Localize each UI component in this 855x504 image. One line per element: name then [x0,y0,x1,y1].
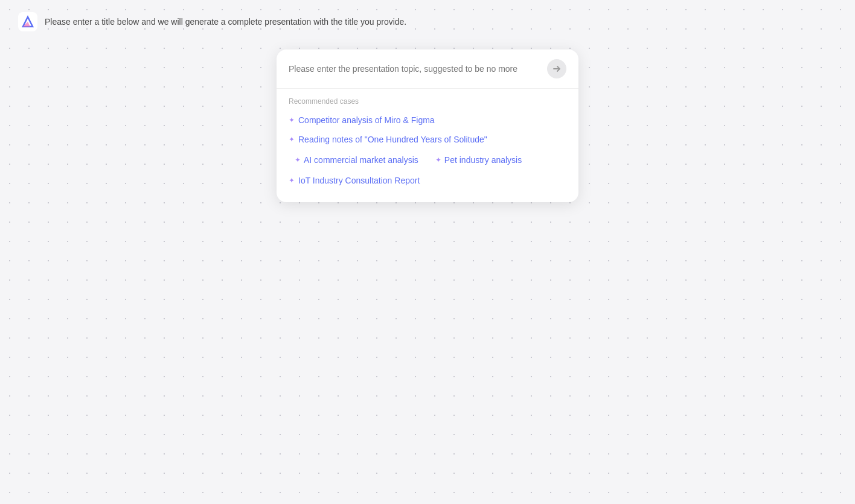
center-area: Recommended cases ✦ Competitor analysis … [0,49,855,202]
top-message: Please enter a title below and we will g… [45,17,406,27]
sparkle-icon-1: ✦ [289,116,295,124]
main-card: Recommended cases ✦ Competitor analysis … [277,49,578,202]
send-button[interactable] [547,59,566,78]
case-item-3[interactable]: ✦ AI commercial market analysis [289,152,424,168]
case-item-1[interactable]: ✦ Competitor analysis of Miro & Figma [277,110,578,130]
app-logo [18,12,37,31]
send-icon [552,64,562,74]
input-row [277,49,578,89]
sparkle-icon-4: ✦ [435,156,441,164]
case-item-2[interactable]: ✦ Reading notes of "One Hundred Years of… [277,130,578,149]
case-item-4[interactable]: ✦ Pet industry analysis [429,152,528,168]
top-bar: Please enter a title below and we will g… [0,0,855,43]
sparkle-icon-2: ✦ [289,135,295,144]
sparkle-icon-3: ✦ [295,156,301,164]
topic-input[interactable] [289,64,542,74]
recommended-label: Recommended cases [277,89,578,110]
case-item-5[interactable]: ✦ IoT Industry Consultation Report [277,171,578,190]
inline-cases-row: ✦ AI commercial market analysis ✦ Pet in… [277,149,578,171]
sparkle-icon-5: ✦ [289,176,295,185]
